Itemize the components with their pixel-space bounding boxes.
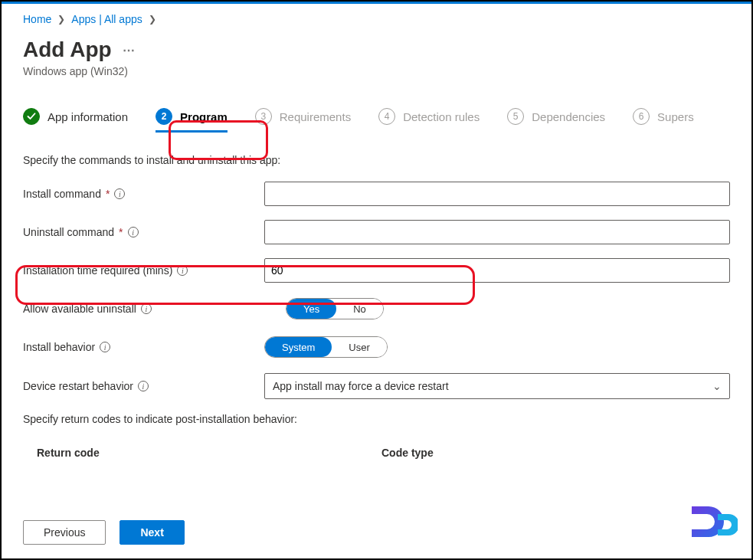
- info-icon[interactable]: i: [128, 227, 139, 237]
- chevron-right-icon: ❯: [149, 14, 156, 25]
- wizard-steps: App information 2 Program 3 Requirements…: [23, 108, 730, 133]
- info-icon[interactable]: i: [114, 188, 125, 199]
- restart-behavior-select[interactable]: App install may force a device restart ⌄: [264, 373, 730, 399]
- check-icon: [23, 108, 40, 125]
- step-supersedence[interactable]: 6 Supers: [633, 108, 694, 133]
- install-behavior-toggle[interactable]: System User: [264, 336, 388, 358]
- col-code-type: Code type: [381, 447, 434, 459]
- wizard-footer: Previous Next: [23, 520, 185, 545]
- label-restart-behavior: Device restart behavior i: [23, 380, 264, 392]
- row-allow-uninstall: Allow available uninstall i Yes No: [23, 296, 730, 321]
- section-intro-2: Specify return codes to indicate post-in…: [23, 413, 730, 425]
- install-command-input[interactable]: [264, 182, 730, 206]
- chevron-down-icon: ⌄: [712, 380, 722, 392]
- label-install-time: Installation time required (mins) i: [23, 264, 264, 277]
- info-icon[interactable]: i: [100, 342, 110, 352]
- install-time-input[interactable]: [264, 258, 730, 283]
- step-number-badge: 6: [633, 108, 650, 125]
- row-install-behavior: Install behavior i System User: [23, 335, 730, 359]
- step-program[interactable]: 2 Program: [156, 108, 228, 133]
- step-detection-rules[interactable]: 4 Detection rules: [378, 108, 480, 133]
- toggle-system[interactable]: System: [265, 337, 332, 357]
- row-restart-behavior: Device restart behavior i App install ma…: [23, 373, 730, 399]
- breadcrumb-home[interactable]: Home: [23, 13, 51, 25]
- required-asterisk: *: [106, 188, 110, 200]
- more-actions-icon[interactable]: ⋯: [123, 43, 136, 57]
- step-app-information[interactable]: App information: [23, 108, 128, 133]
- label-allow-uninstall: Allow available uninstall i: [23, 303, 264, 315]
- info-icon[interactable]: i: [138, 381, 149, 391]
- label-install-behavior: Install behavior i: [23, 341, 264, 353]
- next-button[interactable]: Next: [119, 520, 184, 545]
- info-icon[interactable]: i: [141, 303, 152, 314]
- label-uninstall-command: Uninstall command * i: [23, 226, 264, 238]
- info-icon[interactable]: i: [177, 265, 188, 276]
- required-asterisk: *: [119, 226, 123, 238]
- brand-logo-icon: [687, 503, 738, 543]
- row-install-time: Installation time required (mins) i: [23, 258, 730, 283]
- breadcrumb-apps[interactable]: Apps | All apps: [71, 13, 142, 25]
- step-number-badge: 3: [255, 108, 272, 125]
- section-intro-1: Specify the commands to install and unin…: [23, 154, 730, 166]
- step-dependencies[interactable]: 5 Dependencies: [507, 108, 605, 133]
- uninstall-command-input[interactable]: [264, 220, 730, 244]
- return-codes-table-header: Return code Code type: [23, 440, 730, 467]
- step-number-badge: 4: [378, 108, 395, 125]
- breadcrumb: Home ❯ Apps | All apps ❯: [23, 13, 730, 25]
- allow-uninstall-toggle[interactable]: Yes No: [286, 298, 384, 319]
- step-requirements[interactable]: 3 Requirements: [255, 108, 351, 133]
- chevron-right-icon: ❯: [57, 14, 65, 25]
- label-install-command: Install command * i: [23, 188, 264, 200]
- step-number-badge: 2: [156, 108, 172, 125]
- row-uninstall-command: Uninstall command * i: [23, 220, 730, 244]
- previous-button[interactable]: Previous: [23, 520, 106, 545]
- page-title: Add App ⋯: [23, 38, 730, 62]
- row-install-command: Install command * i: [23, 182, 730, 206]
- toggle-no[interactable]: No: [336, 299, 383, 319]
- col-return-code: Return code: [37, 447, 381, 459]
- step-number-badge: 5: [507, 108, 524, 125]
- toggle-user[interactable]: User: [332, 337, 386, 357]
- toggle-yes[interactable]: Yes: [286, 299, 336, 319]
- page-subtitle: Windows app (Win32): [23, 65, 730, 77]
